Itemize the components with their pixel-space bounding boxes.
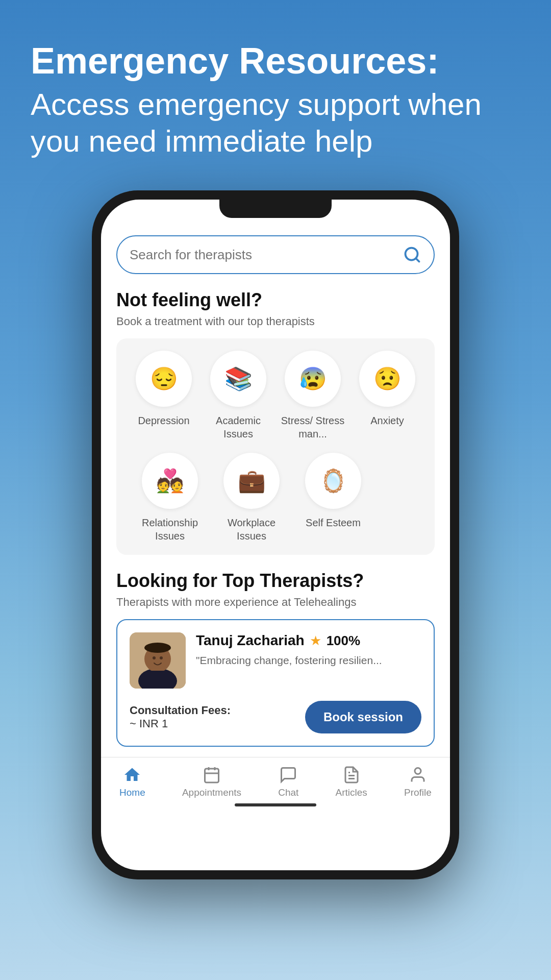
therapist-rating: 100% <box>327 633 361 649</box>
nav-articles[interactable]: Articles <box>325 766 378 798</box>
nav-chat-label: Chat <box>278 787 298 798</box>
fee-label: Consultation Fees: <box>130 704 231 717</box>
svg-point-8 <box>144 643 171 653</box>
svg-point-7 <box>160 656 163 659</box>
svg-line-1 <box>416 258 419 262</box>
search-input[interactable] <box>130 247 403 263</box>
nav-home-label: Home <box>119 787 145 798</box>
profile-icon <box>409 766 427 784</box>
home-indicator <box>235 803 316 806</box>
nav-profile-label: Profile <box>404 787 432 798</box>
search-icon <box>403 246 421 264</box>
section2-title: Looking for Top Therapists? <box>116 570 435 592</box>
therapist-name: Tanuj Zachariah <box>196 632 305 649</box>
therapist-name-row: Tanuj Zachariah ★ 100% <box>196 632 421 649</box>
category-workplace[interactable]: 💼 Workplace Issues <box>218 453 285 543</box>
hero-subtitle: Access emergency support when you need i… <box>31 86 520 160</box>
screen-content: Not feeling well? Book a treatment with … <box>101 200 450 747</box>
section-categories: Not feeling well? Book a treatment with … <box>116 289 435 555</box>
category-selfesteem[interactable]: 🪞 Self Esteem <box>300 453 366 543</box>
fee-value: ~ INR 1 <box>130 717 231 730</box>
articles-icon <box>342 766 361 784</box>
hero-section: Emergency Resources: Access emergency su… <box>0 0 551 180</box>
chat-icon <box>279 766 297 784</box>
therapist-info: Tanuj Zachariah ★ 100% "Embracing change… <box>196 632 421 668</box>
therapist-avatar <box>130 632 186 689</box>
section1-subtitle: Book a treatment with our top therapists <box>116 315 435 328</box>
category-row-1: 😔 Depression 📚 Academic Issues <box>127 351 424 440</box>
section2-subtitle: Therapists with more experience at Teleh… <box>116 596 435 609</box>
avatar-image <box>130 632 186 689</box>
svg-point-6 <box>153 656 156 659</box>
home-icon <box>123 766 141 784</box>
phone-frame: Not feeling well? Book a treatment with … <box>92 190 459 879</box>
book-session-button[interactable]: Book session <box>305 701 421 733</box>
appointments-icon <box>203 766 221 784</box>
category-relationship[interactable]: 💑 Relationship Issues <box>137 453 203 543</box>
hero-title: Emergency Resources: <box>31 41 520 81</box>
nav-home[interactable]: Home <box>109 766 156 798</box>
category-row-2: 💑 Relationship Issues 💼 Workplace Issues <box>127 453 424 543</box>
section-therapists: Looking for Top Therapists? Therapists w… <box>116 570 435 747</box>
category-grid: 😔 Depression 📚 Academic Issues <box>116 338 435 555</box>
nav-appointments[interactable]: Appointments <box>172 766 252 798</box>
svg-point-15 <box>415 768 421 774</box>
phone-screen: Not feeling well? Book a treatment with … <box>101 200 450 870</box>
phone-notch <box>219 200 332 218</box>
category-academic[interactable]: 📚 Academic Issues <box>205 351 271 440</box>
therapist-bottom: Consultation Fees: ~ INR 1 Book session <box>130 701 421 733</box>
search-bar[interactable] <box>116 235 435 274</box>
category-depression[interactable]: 😔 Depression <box>131 351 197 440</box>
nav-chat[interactable]: Chat <box>268 766 309 798</box>
therapist-card: Tanuj Zachariah ★ 100% "Embracing change… <box>116 619 435 747</box>
svg-rect-5 <box>147 671 168 681</box>
section1-title: Not feeling well? <box>116 289 435 311</box>
category-stress[interactable]: 😰 Stress/ Stress man... <box>280 351 346 440</box>
bottom-nav: Home Appointments Chat <box>101 757 450 798</box>
nav-articles-label: Articles <box>336 787 367 798</box>
consultation-fee: Consultation Fees: ~ INR 1 <box>130 704 231 730</box>
svg-rect-9 <box>205 769 219 782</box>
nav-appointments-label: Appointments <box>182 787 241 798</box>
therapist-top: Tanuj Zachariah ★ 100% "Embracing change… <box>130 632 421 689</box>
therapist-quote: "Embracing change, fostering resilien... <box>196 653 421 668</box>
nav-profile[interactable]: Profile <box>394 766 442 798</box>
phone-wrapper: Not feeling well? Book a treatment with … <box>0 180 551 900</box>
star-icon: ★ <box>310 633 321 649</box>
category-anxiety[interactable]: 😟 Anxiety <box>354 351 420 440</box>
